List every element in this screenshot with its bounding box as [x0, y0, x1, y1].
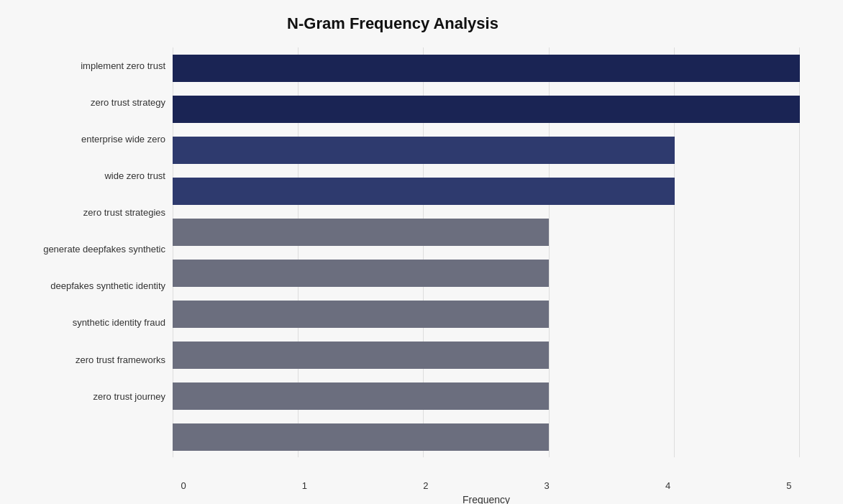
bottom-section: 012345 Frequency	[173, 480, 800, 504]
bar	[173, 301, 549, 328]
bar-row	[173, 416, 800, 457]
bar	[173, 55, 800, 82]
x-tick-container: 012345	[173, 480, 800, 491]
y-label: generate deepfakes synthetic	[14, 231, 165, 267]
plot-area: 012345 Frequency	[173, 47, 800, 436]
y-label: deepfakes synthetic identity	[14, 268, 165, 305]
bar-row	[173, 375, 800, 416]
chart-area: implement zero trustzero trust strategye…	[14, 47, 800, 436]
bar-row	[173, 88, 800, 129]
bars-section	[173, 47, 800, 479]
y-label: zero trust journey	[14, 378, 165, 415]
chart-container: N-Gram Frequency Analysis implement zero…	[0, 0, 843, 504]
bar	[173, 260, 549, 287]
bar-row	[173, 129, 800, 170]
y-label: enterprise wide zero	[14, 121, 165, 157]
y-label: synthetic identity fraud	[14, 305, 165, 342]
bar	[173, 423, 549, 451]
y-axis-labels: implement zero trustzero trust strategye…	[14, 47, 173, 436]
bar	[173, 342, 549, 369]
y-label: zero trust strategies	[14, 194, 165, 231]
bar-row	[173, 252, 800, 293]
x-tick: 0	[173, 480, 194, 491]
chart-title: N-Gram Frequency Analysis	[14, 14, 800, 33]
x-axis-label: Frequency	[173, 494, 800, 504]
x-tick: 4	[657, 480, 679, 491]
x-tick: 2	[415, 480, 437, 491]
x-tick: 3	[536, 480, 557, 491]
bar-row	[173, 211, 800, 252]
bar	[173, 178, 675, 205]
y-label: zero trust strategy	[14, 84, 165, 121]
bar	[173, 137, 675, 164]
bar-row	[173, 293, 800, 334]
bar	[173, 382, 549, 410]
bar	[173, 96, 800, 123]
y-label: wide zero trust	[14, 157, 165, 194]
bar-row	[173, 334, 800, 375]
y-label: implement zero trust	[14, 47, 165, 84]
x-tick: 5	[778, 480, 800, 491]
bar-row	[173, 47, 800, 88]
bar	[173, 219, 549, 246]
y-label: zero trust frameworks	[14, 342, 165, 378]
x-tick: 1	[293, 480, 315, 491]
bar-row	[173, 170, 800, 211]
